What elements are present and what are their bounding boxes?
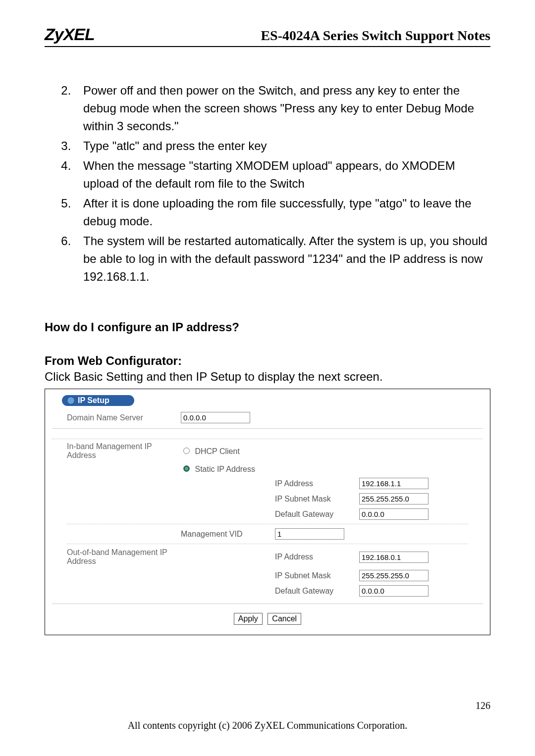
list-item: Power off and then power on the Switch, … [74, 82, 490, 135]
gateway-label: Default Gateway [275, 510, 359, 519]
ip-addr-label-2: IP Address [275, 553, 359, 561]
inband-mask-row: IP Subnet Mask [52, 491, 483, 506]
oob-ip-row: Out-of-band Management IP Address IP Add… [52, 546, 483, 568]
dhcp-radio-label[interactable]: DHCP Client [181, 446, 240, 456]
inband-gw-row: Default Gateway [52, 506, 483, 522]
inband-label: In-band Management IP Address [67, 442, 181, 460]
dns-input[interactable] [181, 412, 250, 423]
static-radio-label[interactable]: Static IP Address [181, 464, 255, 474]
inband-ip-row: IP Address [52, 476, 483, 491]
gateway-label-2: Default Gateway [275, 587, 359, 596]
mgmt-vid-input[interactable] [275, 528, 344, 540]
subnet-label: IP Subnet Mask [275, 495, 359, 504]
apply-button[interactable]: Apply [234, 613, 263, 625]
body-text: Click Basic Setting and then IP Setup to… [45, 370, 490, 384]
static-row: Static IP Address [52, 462, 483, 476]
button-row: Apply Cancel [52, 613, 483, 625]
panel-tab-label: IP Setup [78, 396, 109, 405]
list-item: Type "atlc" and press the enter key [74, 137, 490, 155]
ip-addr-label: IP Address [275, 479, 359, 488]
instruction-list: Power off and then power on the Switch, … [45, 82, 490, 286]
oob-mask-input[interactable] [359, 570, 428, 581]
oob-label: Out-of-band Management IP Address [67, 548, 181, 566]
inband-mask-input[interactable] [359, 493, 428, 504]
dhcp-text: DHCP Client [195, 447, 239, 455]
header-title: ES-4024A Series Switch Support Notes [261, 28, 490, 44]
subnet-label-2: IP Subnet Mask [275, 571, 359, 580]
inband-ip-input[interactable] [359, 478, 428, 489]
inband-gw-input[interactable] [359, 508, 428, 520]
oob-gw-row: Default Gateway [52, 583, 483, 599]
dns-label: Domain Name Server [67, 413, 181, 422]
mgmt-vid-row: Management VID [52, 526, 483, 542]
list-item: When the message "starting XMODEM upload… [74, 157, 490, 193]
oob-gw-input[interactable] [359, 585, 428, 597]
oob-ip-input[interactable] [359, 552, 428, 563]
sub-heading: From Web Configurator: [45, 354, 490, 368]
section-heading: How do I configure an IP address? [45, 320, 490, 334]
footer-text: All contents copyright (c) 2006 ZyXEL Co… [0, 720, 535, 731]
inband-row: In-band Management IP Address DHCP Clien… [52, 439, 483, 462]
static-radio[interactable] [183, 465, 190, 472]
page-number: 126 [476, 700, 490, 711]
cancel-button[interactable]: Cancel [268, 613, 301, 625]
list-item: The system will be restarted automatical… [74, 232, 490, 286]
oob-mask-row: IP Subnet Mask [52, 568, 483, 583]
dns-row: Domain Name Server [52, 410, 483, 425]
mgmt-vid-label: Management VID [181, 530, 275, 539]
ip-setup-panel: IP Setup Domain Name Server In-band Mana… [45, 389, 490, 635]
logo-text: ZyXEL [45, 25, 95, 44]
page-header: ZyXEL ES-4024A Series Switch Support Not… [45, 25, 490, 47]
panel-tab: IP Setup [62, 395, 134, 406]
list-item: After it is done uploading the rom file … [74, 195, 490, 230]
dhcp-radio[interactable] [183, 448, 190, 454]
static-text: Static IP Address [195, 465, 255, 473]
